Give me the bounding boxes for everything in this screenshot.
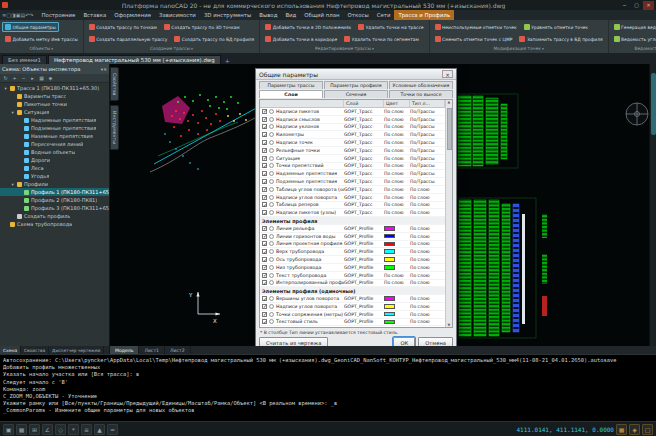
color-swatch[interactable] [384, 320, 395, 325]
object-tracking-icon[interactable]: ≡ [81, 424, 92, 435]
row-visibility-checkbox[interactable] [262, 226, 267, 231]
table-row[interactable]: Элементы профиля [260, 217, 445, 225]
tree-item[interactable]: ▾ Трасса 1 (ПК180-ПК311+65.30) [0, 84, 109, 92]
table-row[interactable]: Точки препятствий GOPT_Трасс По слою По/… [260, 163, 445, 171]
row-visibility-checkbox[interactable] [262, 195, 267, 200]
docked-panel-properties[interactable]: Свойства [110, 67, 119, 101]
color-swatch[interactable] [384, 249, 395, 254]
row-layer[interactable]: GOPT_Profile [344, 319, 384, 324]
tree-item[interactable]: Схема трубопровода [0, 220, 109, 228]
generate-reports-button[interactable]: Генерация ведомостей [611, 22, 656, 32]
row-visibility-checkbox[interactable] [262, 187, 267, 192]
tab-trassa-i-profil[interactable]: Трасса и Профиль [394, 10, 454, 20]
ortho-icon[interactable]: ∠ [42, 424, 53, 435]
tree-item[interactable]: Профиль 3 (ПК180-ПК311+65.30) [0, 204, 109, 212]
row-color[interactable]: По слою [384, 195, 410, 200]
dialog-title-bar[interactable]: Общие параметры ✕ [256, 69, 456, 80]
tab-zavisimosti[interactable]: Зависимости [155, 10, 200, 20]
row-visibility-checkbox[interactable] [262, 156, 267, 161]
tree-item[interactable]: Водные объекты [0, 148, 109, 156]
row-layer[interactable]: GOPT_Profile [344, 234, 384, 239]
scroll-up-icon[interactable]: ▲ [446, 100, 452, 104]
row-linetype[interactable]: По слою [410, 257, 445, 262]
new-document-tab-button[interactable]: + [222, 57, 233, 64]
row-color[interactable] [384, 242, 410, 247]
lineweight-icon[interactable]: ═ [107, 424, 118, 435]
canvas-vertical-scrollbar[interactable] [649, 64, 656, 346]
table-row[interactable]: Километры GOPT_Трасс По слою По/Трассы [260, 131, 445, 139]
drawing-canvas[interactable]: СвойстваИнструменты [110, 64, 656, 346]
table-row[interactable]: Надписи углов поворота GOPT_Profile По с… [260, 303, 445, 311]
dialog-tab-sections[interactable]: Сечения [324, 90, 388, 98]
row-layer[interactable]: GOPT_Трасс [344, 140, 384, 145]
create-route-by-points-button[interactable]: Создать трассу по точкам [86, 22, 160, 32]
table-row[interactable]: Таблица углов поворота (основная линия) … [260, 186, 445, 194]
ribbon-group-title[interactable]: Ведомости [611, 45, 656, 53]
row-layer[interactable]: GOPT_Трасс [344, 148, 384, 153]
snap-icon[interactable]: ▦ [16, 424, 27, 435]
row-color[interactable]: По слою [384, 273, 410, 278]
row-layer[interactable]: GOPT_Profile [344, 241, 384, 246]
row-visibility-checkbox[interactable] [262, 179, 267, 184]
table-row[interactable]: Надписи пикетов (узлы) GOPT_Трасс По сло… [260, 209, 445, 217]
model-tab[interactable]: Модель [110, 346, 139, 354]
row-linetype[interactable]: По/Трассы [410, 171, 445, 176]
row-linetype[interactable]: По слою [410, 226, 445, 231]
table-view-icon[interactable]: ▦ [38, 75, 45, 81]
maximize-button[interactable]: ▢ [631, 1, 642, 10]
row-linetype[interactable]: По слою [410, 249, 445, 254]
row-visibility-checkbox[interactable] [262, 280, 267, 285]
filter-icon[interactable]: ◈ [47, 75, 54, 81]
tree-item[interactable]: Пикетные точки [0, 100, 109, 108]
dialog-tab-layers[interactable]: Слои [259, 90, 323, 98]
dialog-scrollbar[interactable]: ▲ ▼ [445, 100, 452, 327]
row-color[interactable] [384, 257, 410, 262]
panel-tab-sheet-manager[interactable]: Диспетчер чертежей [49, 346, 104, 354]
row-layer[interactable]: GOPT_Profile [344, 312, 384, 317]
row-linetype[interactable]: По слою [410, 241, 445, 246]
row-layer[interactable]: GOPT_Трасс [344, 187, 384, 192]
row-layer[interactable]: GOPT_Трасс [344, 210, 384, 215]
row-visibility-checkbox[interactable] [262, 312, 267, 317]
tab-otkosy[interactable]: Откосы [344, 10, 373, 20]
remove-object-icon[interactable]: − [20, 75, 27, 81]
row-color[interactable]: По слою [384, 210, 410, 215]
row-layer[interactable]: GOPT_Profile [344, 265, 384, 270]
row-color[interactable]: По слою [384, 163, 410, 168]
turn-angles-report-button[interactable]: Ведомость углов поворота [611, 34, 656, 44]
dialog-tab-symbols[interactable]: Условные обозначения [389, 81, 453, 89]
row-visibility-checkbox[interactable] [262, 117, 267, 122]
row-color[interactable]: По слою [384, 156, 410, 161]
tree-item[interactable]: Дороги [0, 156, 109, 164]
tab-vid[interactable]: Вид [281, 10, 300, 20]
row-visibility-checkbox[interactable] [262, 109, 267, 114]
row-visibility-checkbox[interactable] [262, 249, 267, 254]
table-row[interactable]: Надписи точек GOPT_Трасс По слою По/Трас… [260, 139, 445, 147]
tab-obshchiy-plan[interactable]: Общий план [300, 10, 343, 20]
row-layer[interactable]: GOPT_Profile [344, 304, 384, 309]
dialog-scrollbar-thumb[interactable] [447, 108, 452, 150]
table-row[interactable]: Таблица реперов GOPT_Трасс По слою По сл… [260, 202, 445, 210]
color-swatch[interactable] [384, 257, 395, 262]
ribbon-group-title[interactable]: Модификация точек [432, 45, 606, 53]
tree-expander-icon[interactable]: ▾ [3, 86, 8, 91]
tab-oformlenie[interactable]: Оформление [110, 10, 155, 20]
table-row[interactable]: Надписи смыслов GOPT_Трасс По слою По/Тр… [260, 116, 445, 124]
row-visibility-checkbox[interactable] [262, 163, 267, 168]
table-row[interactable]: Подземные препятствия GOPT_Трасс По слою… [260, 178, 445, 186]
delete-route-points-button[interactable]: Удалить точки на трассе [355, 22, 426, 32]
tab-vstavka[interactable]: Вставка [79, 10, 110, 20]
ribbon-group-title[interactable]: Редактирование трассы [262, 45, 426, 53]
docked-panel-tools[interactable]: Инструменты [110, 105, 119, 150]
row-color[interactable]: По слою [384, 171, 410, 176]
row-color[interactable] [384, 320, 410, 325]
row-visibility-checkbox[interactable] [262, 202, 267, 207]
tab-3d-instrumenty[interactable]: 3D инструменты [200, 10, 255, 20]
row-linetype[interactable]: По слою [410, 187, 445, 192]
row-visibility-checkbox[interactable] [262, 171, 267, 176]
panel-tab-schema[interactable]: Схема [0, 346, 21, 354]
common-parameters-button[interactable]: Общие параметры [2, 22, 59, 32]
column-header-layer[interactable]: Слой [344, 100, 384, 107]
color-swatch[interactable] [384, 226, 395, 231]
row-linetype[interactable]: По слою [410, 265, 445, 270]
